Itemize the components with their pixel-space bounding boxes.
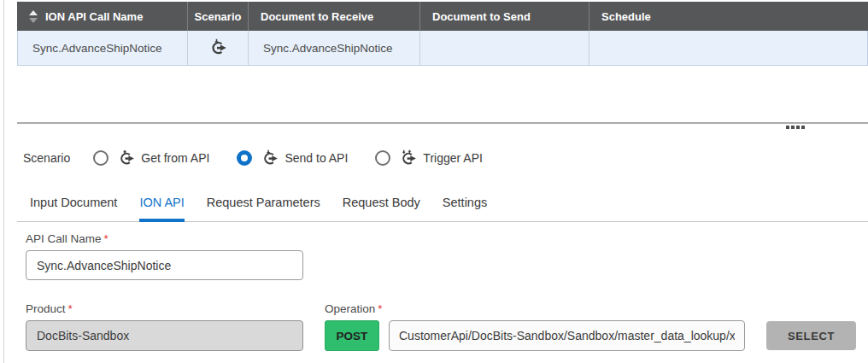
radio-label: Get from API xyxy=(141,151,209,165)
cell-document-to-send xyxy=(420,31,589,65)
product-label: Product* xyxy=(26,302,73,315)
panel-left-border xyxy=(3,0,4,363)
column-header-label: Schedule xyxy=(601,10,651,23)
radio-button[interactable] xyxy=(375,150,390,166)
sort-desc-icon xyxy=(29,18,38,23)
required-asterisk: * xyxy=(378,302,382,315)
api-call-name-label: API Call Name* xyxy=(26,232,108,245)
sort-icon[interactable] xyxy=(29,10,38,23)
send-to-api-icon xyxy=(261,149,279,167)
tab-request-body[interactable]: Request Body xyxy=(343,185,420,222)
radio-label: Send to API xyxy=(284,151,348,165)
cell-api-call-name: Sync.AdvanceShipNotice xyxy=(18,31,188,65)
cell-scenario xyxy=(188,31,249,65)
pane-resize-handle[interactable] xyxy=(786,126,805,129)
product-input[interactable] xyxy=(26,320,303,351)
column-header-label: Document to Receive xyxy=(261,10,373,23)
radio-button[interactable] xyxy=(93,150,108,166)
column-header-document-to-send[interactable]: Document to Send xyxy=(420,2,589,31)
radio-button-selected[interactable] xyxy=(237,150,252,166)
http-method-badge: POST xyxy=(325,320,379,351)
trigger-api-icon xyxy=(399,149,417,167)
column-header-document-to-receive[interactable]: Document to Receive xyxy=(249,2,420,31)
select-operation-button[interactable]: SELECT xyxy=(766,321,856,350)
api-call-name-input[interactable] xyxy=(26,250,303,280)
tab-input-document[interactable]: Input Document xyxy=(30,185,117,222)
cell-document-to-receive: Sync.AdvanceShipNotice xyxy=(249,31,420,65)
get-from-api-icon xyxy=(117,149,135,167)
scenario-option-send-to-api[interactable]: Send to API xyxy=(237,149,348,167)
table-header-row: ION API Call Name Scenario Document to R… xyxy=(17,2,868,31)
pane-divider xyxy=(17,122,868,124)
operation-label: Operation* xyxy=(325,302,383,315)
cell-schedule xyxy=(589,31,867,65)
table-row[interactable]: Sync.AdvanceShipNotice Sync.AdvanceShipN… xyxy=(17,31,868,66)
scenario-radio-group: Scenario Get from API Send to API Trigge… xyxy=(23,146,510,170)
column-header-label: Scenario xyxy=(195,10,242,23)
tab-settings[interactable]: Settings xyxy=(443,185,487,222)
column-header-scenario[interactable]: Scenario xyxy=(188,2,249,31)
scenario-option-trigger-api[interactable]: Trigger API xyxy=(375,149,483,167)
column-header-schedule[interactable]: Schedule xyxy=(589,2,868,31)
send-to-api-icon xyxy=(208,38,227,57)
radio-label: Trigger API xyxy=(423,151,483,165)
column-header-label: ION API Call Name xyxy=(45,10,143,23)
ion-api-configuration-page: ION API Call Name Scenario Document to R… xyxy=(0,0,868,363)
column-header-ion-api-call-name[interactable]: ION API Call Name xyxy=(17,2,188,31)
scenario-group-label: Scenario xyxy=(23,151,70,165)
required-asterisk: * xyxy=(104,232,108,245)
tab-request-parameters[interactable]: Request Parameters xyxy=(207,185,320,222)
ion-api-calls-table: ION API Call Name Scenario Document to R… xyxy=(17,2,868,66)
operation-input[interactable] xyxy=(389,320,745,351)
scenario-option-get-from-api[interactable]: Get from API xyxy=(93,149,209,167)
tab-ion-api[interactable]: ION API xyxy=(139,185,184,222)
required-asterisk: * xyxy=(68,302,73,315)
tab-bar: Input Document ION API Request Parameter… xyxy=(17,185,868,222)
column-header-label: Document to Send xyxy=(432,10,531,23)
sort-asc-icon xyxy=(29,10,38,15)
